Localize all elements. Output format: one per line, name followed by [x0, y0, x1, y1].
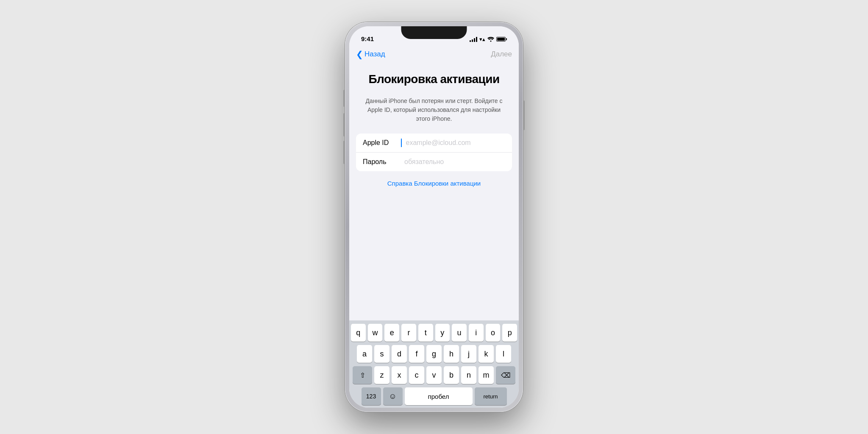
wifi-icon: ▾▴ — [479, 36, 485, 42]
key-l[interactable]: l — [496, 345, 511, 363]
key-f[interactable]: f — [409, 345, 424, 363]
back-button[interactable]: ❮ Назад — [356, 50, 385, 58]
phone-frame: 9:41 ▾▴ — [345, 22, 523, 412]
next-button: Далее — [491, 50, 512, 58]
password-input[interactable] — [401, 158, 505, 166]
help-link[interactable]: Справка Блокировки активации — [387, 180, 481, 187]
page-title: Блокировка активации — [359, 72, 509, 86]
delete-key[interactable]: ⌫ — [496, 366, 515, 384]
apple-id-input[interactable] — [403, 139, 506, 147]
keyboard-row-1: q w e r t y u i o p — [351, 324, 517, 342]
screen-content: Блокировка активации Данный iPhone был п… — [349, 64, 519, 320]
volume-up-button — [343, 113, 345, 136]
back-label: Назад — [364, 50, 385, 58]
numbers-key[interactable]: 123 — [362, 387, 381, 405]
signal-icon — [470, 37, 477, 42]
key-b[interactable]: b — [444, 366, 459, 384]
key-t[interactable]: t — [418, 324, 433, 342]
password-row[interactable]: Пароль — [356, 153, 512, 171]
keyboard-row-4: 123 ☺ пробел return — [351, 387, 517, 405]
status-icons: ▾▴ — [470, 36, 507, 42]
key-z[interactable]: z — [374, 366, 389, 384]
keyboard-row-3: ⇧ z x c v b n m ⌫ — [351, 366, 517, 384]
emoji-key[interactable]: ☺ — [383, 387, 403, 405]
key-c[interactable]: c — [409, 366, 424, 384]
description-text: Данный iPhone был потерян или стерт. Вой… — [363, 97, 505, 123]
keyboard: q w e r t y u i o p a s d f g h j k — [349, 320, 519, 408]
title-section: Блокировка активации — [349, 64, 519, 93]
notch — [401, 26, 467, 39]
apple-id-row[interactable]: Apple ID — [356, 134, 512, 153]
wifi-icon — [487, 37, 494, 42]
key-j[interactable]: j — [461, 345, 476, 363]
key-q[interactable]: q — [351, 324, 366, 342]
key-g[interactable]: g — [426, 345, 442, 363]
volume-down-button — [343, 141, 345, 164]
password-label: Пароль — [363, 158, 401, 166]
apple-id-label: Apple ID — [363, 139, 401, 147]
key-o[interactable]: o — [486, 324, 501, 342]
nav-bar: ❮ Назад Далее — [349, 45, 519, 64]
key-w[interactable]: w — [368, 324, 383, 342]
status-time: 9:41 — [361, 35, 374, 42]
keyboard-row-2: a s d f g h j k l — [351, 345, 517, 363]
key-v[interactable]: v — [426, 366, 442, 384]
space-key[interactable]: пробел — [405, 387, 473, 405]
key-m[interactable]: m — [479, 366, 494, 384]
phone-screen: 9:41 ▾▴ — [349, 26, 519, 408]
key-x[interactable]: x — [392, 366, 407, 384]
key-r[interactable]: r — [401, 324, 416, 342]
key-p[interactable]: p — [502, 324, 517, 342]
shift-key[interactable]: ⇧ — [353, 366, 372, 384]
key-u[interactable]: u — [452, 324, 467, 342]
key-i[interactable]: i — [469, 324, 484, 342]
key-n[interactable]: n — [461, 366, 476, 384]
key-e[interactable]: e — [384, 324, 399, 342]
key-a[interactable]: a — [357, 345, 372, 363]
key-h[interactable]: h — [444, 345, 459, 363]
text-cursor — [401, 139, 402, 147]
description-section: Данный iPhone был потерян или стерт. Вой… — [349, 93, 519, 134]
battery-icon — [496, 37, 507, 42]
next-label: Далее — [491, 50, 512, 58]
key-s[interactable]: s — [374, 345, 389, 363]
help-section: Справка Блокировки активации — [349, 171, 519, 196]
key-k[interactable]: k — [479, 345, 494, 363]
chevron-left-icon: ❮ — [356, 50, 363, 58]
form-section: Apple ID Пароль — [356, 134, 512, 171]
key-y[interactable]: y — [435, 324, 450, 342]
key-d[interactable]: d — [392, 345, 407, 363]
return-key[interactable]: return — [475, 387, 507, 405]
